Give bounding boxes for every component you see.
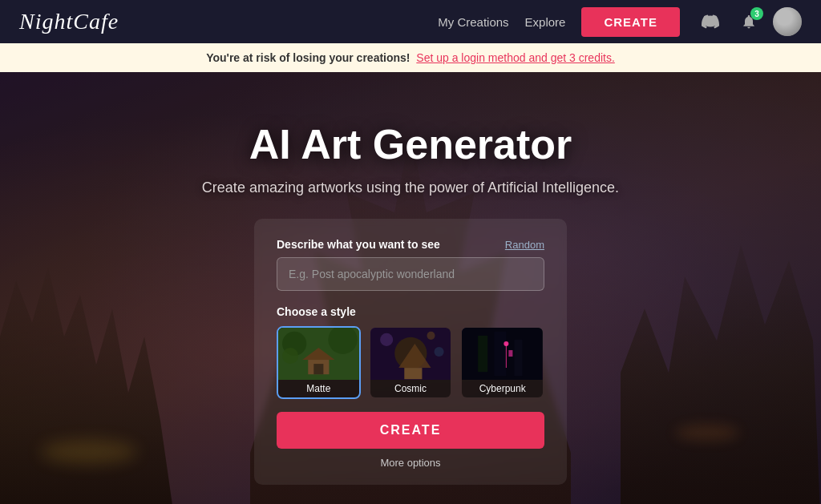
- svg-point-11: [380, 333, 393, 346]
- hero-section: AI Art Generator Create amazing artworks…: [0, 72, 821, 504]
- avatar-image: [773, 7, 802, 36]
- prompt-label: Describe what you want to see: [277, 238, 440, 251]
- notifications-button[interactable]: 3: [734, 7, 763, 36]
- svg-rect-15: [478, 336, 487, 372]
- avatar[interactable]: [773, 7, 802, 36]
- hero-content: AI Art Generator Create amazing artworks…: [0, 120, 821, 485]
- logo[interactable]: NightCafe: [19, 9, 119, 34]
- style-cosmic-label: Cosmic: [370, 380, 451, 397]
- warning-text: You're at risk of losing your creations!: [206, 51, 410, 64]
- svg-rect-10: [404, 368, 422, 379]
- discord-icon[interactable]: [696, 7, 725, 36]
- style-matte-label: Matte: [278, 380, 359, 397]
- svg-point-6: [282, 348, 298, 364]
- hero-subtitle: Create amazing artworks using the power …: [202, 179, 619, 196]
- prompt-label-row: Describe what you want to see Random: [277, 238, 544, 251]
- prompt-input[interactable]: [277, 257, 544, 291]
- setup-login-link[interactable]: Set up a login method and get 3 credits.: [416, 51, 615, 64]
- style-label: Choose a style: [277, 305, 544, 318]
- explore-link[interactable]: Explore: [525, 15, 566, 29]
- style-matte-image: [278, 328, 359, 380]
- svg-rect-19: [509, 350, 513, 357]
- create-main-button[interactable]: CREATE: [277, 412, 544, 449]
- svg-rect-16: [495, 332, 507, 376]
- style-cyberpunk-image: [462, 328, 543, 380]
- svg-rect-17: [515, 340, 523, 376]
- create-nav-button[interactable]: CREATE: [581, 7, 680, 37]
- svg-point-12: [427, 332, 435, 340]
- svg-point-20: [504, 341, 509, 346]
- style-cosmic-image: [370, 328, 451, 380]
- my-creations-link[interactable]: My Creations: [438, 15, 508, 29]
- style-cosmic-card[interactable]: Cosmic: [369, 326, 453, 399]
- notification-badge: 3: [750, 7, 763, 20]
- warning-banner: You're at risk of losing your creations!…: [0, 43, 821, 72]
- style-matte-card[interactable]: Matte: [277, 326, 361, 399]
- svg-rect-3: [313, 364, 323, 374]
- creation-form: Describe what you want to see Random Cho…: [254, 219, 567, 485]
- more-options-link[interactable]: More options: [277, 457, 544, 469]
- hero-title: AI Art Generator: [249, 120, 572, 168]
- style-cyberpunk-label: Cyberpunk: [462, 380, 543, 397]
- style-options: Matte Cosmic: [277, 326, 544, 399]
- nav-right: My Creations Explore CREATE 3: [438, 7, 802, 37]
- style-cyberpunk-card[interactable]: Cyberpunk: [460, 326, 544, 399]
- nav-icons: 3: [696, 7, 802, 36]
- svg-point-13: [434, 347, 443, 357]
- random-link[interactable]: Random: [505, 239, 544, 251]
- navbar: NightCafe My Creations Explore CREATE 3: [0, 0, 821, 43]
